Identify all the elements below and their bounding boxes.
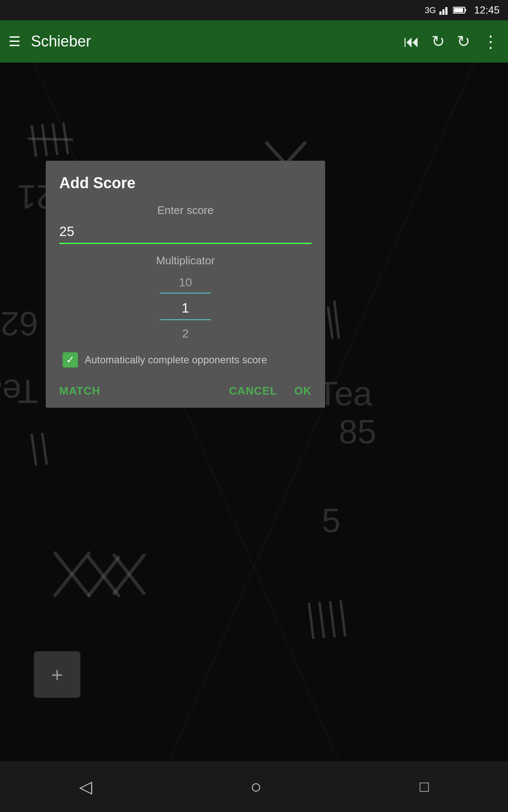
status-time: 12:45 — [474, 4, 500, 16]
ok-button[interactable]: OK — [294, 384, 312, 398]
svg-rect-5 — [454, 8, 463, 12]
spinner-below: 2 — [182, 327, 189, 340]
dialog-title: Add Score — [59, 174, 312, 192]
auto-complete-row[interactable]: ✓ Automatically complete opponents score — [59, 352, 312, 368]
status-icons: 3G 12:45 — [425, 4, 500, 16]
svg-rect-0 — [439, 11, 442, 15]
score-input-container — [59, 224, 312, 244]
checkbox-check-icon: ✓ — [66, 354, 75, 366]
navigation-bar: ◁ ○ □ — [0, 761, 508, 812]
dialog-buttons: MATCH CANCEL OK — [59, 381, 312, 398]
auto-complete-checkbox[interactable]: ✓ — [63, 352, 78, 368]
more-icon[interactable]: ⋮ — [482, 32, 500, 51]
battery-icon — [453, 6, 467, 14]
back-icon[interactable]: ◁ — [79, 777, 92, 796]
signal-bars-icon — [439, 5, 450, 15]
auto-complete-label: Automatically complete opponents score — [85, 354, 267, 366]
toolbar-actions: ⏮ ↺ ↻ ⋮ — [403, 32, 500, 51]
spinner-above: 10 — [179, 276, 192, 289]
score-input[interactable] — [59, 224, 312, 239]
match-button[interactable]: MATCH — [59, 384, 100, 398]
svg-rect-2 — [445, 7, 447, 15]
redo-icon[interactable]: ↻ — [457, 32, 470, 51]
signal-icon: 3G — [425, 5, 436, 15]
menu-icon[interactable]: ☰ — [8, 33, 21, 49]
add-score-dialog: Add Score Enter score Multiplicator 10 1… — [46, 161, 325, 408]
multiplicator-label: Multiplicator — [59, 254, 312, 267]
enter-score-label: Enter score — [59, 204, 312, 217]
rewind-icon[interactable]: ⏮ — [403, 33, 420, 51]
home-icon[interactable]: ○ — [250, 776, 262, 797]
svg-rect-4 — [465, 9, 466, 11]
status-bar: 3G 12:45 — [0, 0, 508, 20]
app-toolbar: ☰ Schieber ⏮ ↺ ↻ ⋮ — [0, 20, 508, 63]
recents-icon[interactable]: □ — [420, 778, 429, 796]
svg-rect-1 — [442, 9, 444, 15]
spinner-line-top — [160, 293, 211, 294]
app-title: Schieber — [31, 33, 403, 50]
spinner-current: 1 — [182, 300, 189, 316]
undo-icon[interactable]: ↺ — [431, 32, 445, 51]
spinner-line-bottom — [160, 319, 211, 320]
cancel-button[interactable]: CANCEL — [229, 384, 277, 398]
dialog-right-buttons: CANCEL OK — [229, 384, 312, 398]
multiplicator-spinner[interactable]: 10 1 2 — [59, 276, 312, 340]
